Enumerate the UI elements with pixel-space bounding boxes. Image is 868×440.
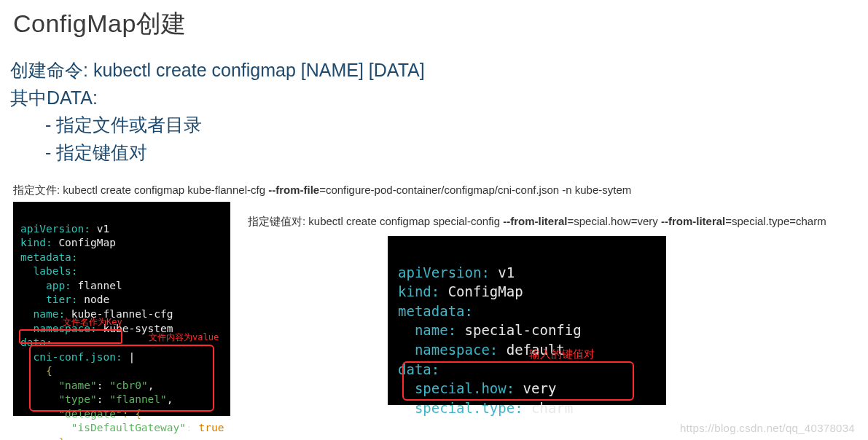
yaml-val: flannel [71,280,122,291]
json-sep: : [186,422,198,433]
yaml-key: namespace: [398,342,498,358]
annotation-input-keyvalue: 输入的键值对 [529,347,595,362]
yaml-val: very [515,380,556,396]
json-key: "delegate" [20,408,122,420]
yaml-val: v1 [490,264,515,280]
yaml-key: apiVersion: [398,264,490,280]
create-command-prefix: 创建命令: [10,60,93,80]
json-key: "isDefaultGateway" [20,422,186,433]
json-sep: , [167,393,173,405]
yaml-key: special.type: [398,400,523,416]
watermark: https://blog.csdn.net/qq_40378034 [680,422,855,434]
file-example-caption: 指定文件: kubectl create configmap kube-flan… [0,184,868,197]
yaml-key: apiVersion: [20,223,90,235]
from-file-flag: --from-file [268,184,319,196]
literal-caption-mid1: =special.how=very [568,215,661,227]
yaml-val: ConfigMap [439,283,523,299]
yaml-key: metadata: [20,251,78,263]
yaml-key: tier: [20,294,78,305]
yaml-file-example: apiVersion: v1 kind: ConfigMap metadata:… [13,202,230,416]
yaml-key: app: [20,280,71,291]
literal-caption-mid2: =special.type=charm [725,215,826,227]
create-command-line: 创建命令: kubectl create configmap [NAME] [D… [10,57,868,85]
yaml-val: node [78,294,110,305]
json-key: "type" [20,393,97,405]
yaml-key: metadata: [398,303,473,319]
yaml-val: special-config [456,322,582,338]
yaml-key: labels: [20,265,78,277]
yaml-val: v1 [90,223,109,235]
bullet-file-or-dir: - 指定文件或者目录 [45,111,868,139]
data-heading: 其中DATA: [10,85,868,112]
yaml-literal-example: apiVersion: v1 kind: ConfigMap metadata:… [388,236,666,405]
bullet-key-value: - 指定键值对 [45,139,868,167]
json-bool: true [198,422,224,433]
json-sep: : [97,393,109,405]
file-caption-suffix: =configure-pod-container/configmap/cni-c… [319,184,631,196]
json-brace: } [20,436,65,440]
annotation-filename-as-key: 文件名作为Key [63,316,122,328]
json-val: "cbr0" [109,380,147,391]
json-key: "name" [20,380,97,391]
create-command: kubectl create configmap [NAME] [DATA] [93,60,425,80]
json-brace: { [20,365,52,377]
json-sep: : [97,380,109,391]
yaml-key: data: [398,361,439,377]
yaml-key: kind: [398,283,439,299]
yaml-val: ConfigMap [52,237,116,248]
yaml-key: data: [20,337,52,348]
annotation-content-as-value: 文件内容为value [149,331,219,343]
yaml-key: kind: [20,237,52,248]
from-literal-flag-1: --from-literal [503,215,567,227]
literal-caption-prefix: 指定键值对: kubectl create configmap special-… [248,215,503,227]
yaml-key: cni-conf.json: [20,351,122,363]
json-val: "flannel" [109,393,167,405]
json-brace: : { [122,408,141,420]
yaml-val: charm [523,400,574,416]
intro-block: 创建命令: kubectl create configmap [NAME] [D… [0,41,868,166]
json-sep: , [148,380,155,391]
yaml-key: name: [20,308,65,320]
from-literal-flag-2: --from-literal [661,215,725,227]
file-caption-prefix: 指定文件: kubectl create configmap kube-flan… [13,184,268,196]
page-title: ConfigMap创建 [0,0,868,41]
yaml-key: special.how: [398,380,515,396]
yaml-val: | [122,351,135,363]
yaml-key: name: [398,322,456,338]
literal-example-caption: 指定键值对: kubectl create configmap special-… [248,215,826,229]
